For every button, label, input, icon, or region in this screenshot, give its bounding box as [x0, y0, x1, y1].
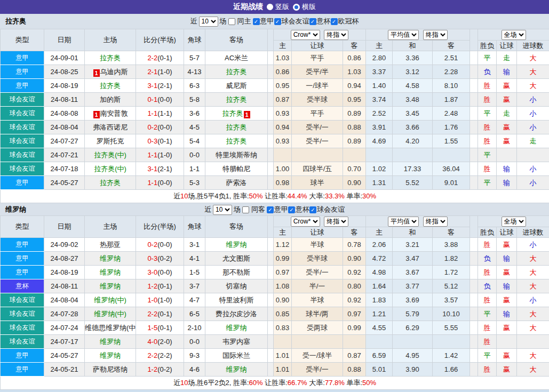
halftime-score: (0-1): [157, 282, 172, 290]
league-filter-意杯[interactable]: ✓意杯: [309, 17, 331, 26]
match-count-select[interactable]: 10: [199, 17, 218, 27]
score-cell: 3-1(2-1): [136, 79, 184, 93]
halftime-score: (0-0): [157, 268, 172, 276]
same-venue-checkbox[interactable]: [228, 18, 235, 25]
bookmaker-select[interactable]: Crow*: [291, 217, 320, 227]
horizontal-layout-radio[interactable]: [293, 4, 300, 11]
layout-option-horizontal[interactable]: 横版: [293, 2, 316, 12]
odds-stage-select-2[interactable]: 终指: [423, 30, 448, 40]
spacer-cell: [470, 252, 478, 266]
crow-handicap: 半球: [292, 293, 343, 307]
spacer-cell: [470, 238, 478, 252]
league-checkbox[interactable]: ✓: [253, 18, 260, 25]
corners-cell: 2-10: [184, 321, 205, 335]
corners-cell: 1-5: [184, 266, 205, 279]
home-team: 维罗纳: [85, 349, 136, 363]
avg-away-odds: 1.82: [433, 252, 470, 266]
fulltime-score: 1-1: [147, 179, 157, 187]
crow-home-odds: 0.90: [274, 293, 292, 307]
league-filter-意甲[interactable]: ✓意甲: [253, 17, 274, 26]
crow-away-odds: 0.78: [343, 238, 366, 252]
league-checkbox[interactable]: ✓: [331, 18, 338, 25]
match-date: 24-07-27: [44, 134, 85, 148]
vertical-layout-radio[interactable]: [267, 4, 273, 10]
summary-segment: 44.4%: [288, 192, 307, 200]
team-name-text: 切塞纳: [226, 282, 247, 290]
league-checkbox[interactable]: ✓: [274, 18, 281, 25]
spacer-cell: [268, 238, 274, 252]
avg-away-odds: 36.04: [433, 162, 470, 176]
league-filter-意甲[interactable]: ✓意甲: [267, 205, 288, 214]
score-cell: 2-2(0-1): [136, 307, 184, 321]
match-type-badge: 意甲: [1, 363, 44, 377]
away-team: 维罗纳: [205, 238, 268, 252]
league-filter-球会友谊[interactable]: ✓球会友谊: [274, 17, 309, 26]
fulltime-select[interactable]: 全场: [502, 217, 526, 227]
away-team: 拉齐奥: [205, 134, 268, 148]
match-row: 球会友谊24-07-28维罗纳(中)2-2(0-1)6-5费拉尔皮沙洛0.85球…: [1, 307, 549, 321]
avg-home-odds: [366, 335, 393, 349]
bookmaker-select[interactable]: Crow*: [291, 30, 320, 40]
league-checkbox[interactable]: ✓: [288, 206, 295, 213]
crow-away-odds: 0.92: [343, 266, 366, 279]
result-outcome: 胜: [478, 134, 497, 148]
crow-away-odds: [343, 335, 366, 349]
crow-handicap: 一/球半: [292, 79, 343, 93]
crow-handicap: 受半球: [292, 93, 343, 107]
spacer-cell: [268, 148, 274, 162]
result-goals: 大: [517, 363, 549, 377]
layout-option-vertical[interactable]: 竖版: [267, 2, 289, 12]
crow-away-odds: 0.99: [343, 321, 366, 335]
same-venue-checkbox[interactable]: [242, 206, 249, 213]
fulltime-select[interactable]: 全场: [502, 30, 526, 40]
subcol-result-outcome: 胜负: [478, 227, 497, 238]
avg-home-odds: 1.31: [366, 176, 393, 190]
filter-controls: 近 10 场 同客 ✓意甲✓意杯✓球会友谊: [204, 205, 345, 215]
match-type-badge: 球会友谊: [1, 162, 44, 176]
crow-handicap: 平手: [292, 51, 343, 65]
league-filter-意杯[interactable]: ✓意杯: [288, 205, 309, 214]
result-handicap: 输: [497, 65, 517, 79]
avg-home-odds: 5.01: [366, 363, 393, 377]
match-count-select[interactable]: 10: [213, 205, 232, 215]
average-select[interactable]: 平均值: [388, 30, 419, 40]
crow-away-odds: 0.92: [343, 293, 366, 307]
fulltime-score: 2-2: [147, 54, 157, 62]
corners-cell: 3-1: [184, 238, 205, 252]
same-venue-filter[interactable]: 同客: [242, 205, 265, 214]
avg-home-odds: 6.59: [366, 349, 393, 363]
home-team: 拉齐奥(中): [85, 148, 136, 162]
away-team: 萨索洛: [205, 176, 268, 190]
league-checkbox[interactable]: ✓: [267, 206, 274, 213]
league-filter-球会友谊[interactable]: ✓球会友谊: [309, 205, 345, 214]
spacer-column: [470, 216, 478, 238]
match-type-badge: 球会友谊: [1, 148, 44, 162]
fulltime-score: 2-1: [147, 68, 157, 76]
odds-stage-select[interactable]: 终指: [324, 217, 348, 227]
home-team: 维罗纳(中): [85, 293, 136, 307]
result-handicap: 赢: [497, 321, 517, 335]
result-handicap: 输: [497, 162, 517, 176]
spacer-cell: [268, 307, 274, 321]
avg-home-odds: 1.83: [366, 293, 393, 307]
home-team: 维罗纳: [85, 266, 136, 279]
league-checkbox[interactable]: ✓: [309, 206, 316, 213]
halftime-score: (0-0): [157, 123, 172, 131]
crow-home-odds: 1.00: [274, 162, 292, 176]
score-cell: 3-0(0-0): [136, 266, 184, 279]
odds-stage-select[interactable]: 终指: [324, 30, 348, 40]
avg-home-odds: 4.69: [366, 134, 393, 148]
same-venue-filter[interactable]: 同主: [228, 17, 251, 26]
league-filter-欧冠杯[interactable]: ✓欧冠杯: [331, 17, 359, 26]
subcol-avg-away: 客: [433, 41, 470, 51]
league-checkbox[interactable]: ✓: [309, 18, 316, 25]
crow-handicap: 受半/一: [292, 363, 343, 377]
match-date: 24-05-27: [44, 176, 85, 190]
odds-stage-select-2[interactable]: 终指: [423, 217, 448, 227]
match-date: 24-07-18: [44, 162, 85, 176]
spacer-cell: [268, 51, 274, 65]
average-select[interactable]: 平均值: [388, 217, 419, 227]
halftime-score: (0-0): [157, 179, 172, 187]
match-date: 24-08-27: [44, 252, 85, 266]
score-cell: 2-2(0-1): [136, 51, 184, 65]
